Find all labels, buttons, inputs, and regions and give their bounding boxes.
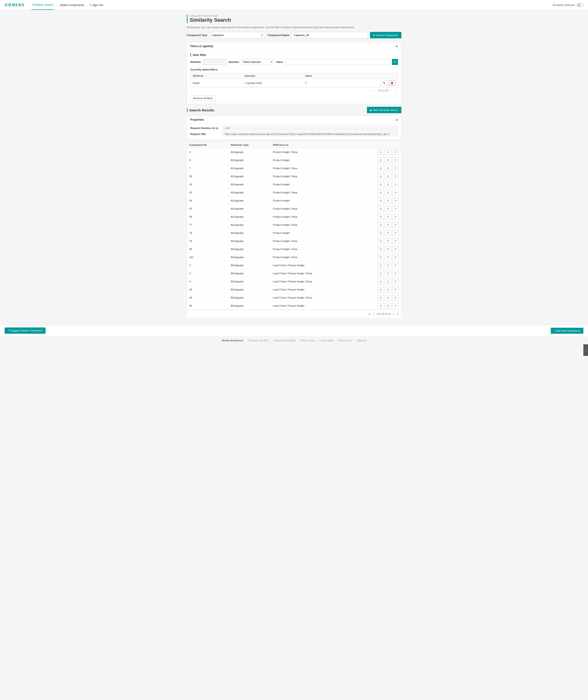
copy-button[interactable]: ⎘	[385, 271, 392, 276]
footer-digital-id[interactable]: Digital ID	[357, 339, 366, 342]
result-id-cell: 101	[187, 253, 228, 261]
nav-sign-out[interactable]: ⎋ Sign Out	[90, 3, 103, 7]
attribute-input[interactable]	[203, 59, 226, 65]
view-button[interactable]: ⊙	[378, 182, 384, 187]
edit-button[interactable]: ✎	[392, 295, 399, 300]
view-button[interactable]: ⊙	[378, 287, 384, 292]
view-button[interactable]: ⊙	[378, 303, 384, 309]
results-first-page-btn[interactable]: «	[368, 312, 371, 316]
filters-prev-page-btn[interactable]: ‹	[374, 89, 376, 92]
copy-button[interactable]: ⎘	[385, 206, 392, 211]
edit-button[interactable]: ✎	[392, 190, 399, 195]
footer-cookie[interactable]: Cookie Notice	[320, 339, 334, 342]
remove-all-filters-button[interactable]: Remove all filters	[190, 95, 216, 101]
search-icon: ⊕	[373, 34, 375, 37]
properties-header[interactable]: Properties	[187, 116, 401, 124]
nav-similarity-search[interactable]: Similarity Search	[31, 0, 54, 10]
view-button[interactable]: ⊙	[378, 263, 384, 268]
footer-logo: Mendix development	[222, 339, 243, 342]
copy-button[interactable]: ⎘	[385, 238, 392, 244]
edit-filter-button[interactable]: ✎	[381, 80, 387, 86]
view-button[interactable]: ⊙	[378, 206, 384, 211]
view-button[interactable]: ⊙	[378, 246, 384, 252]
side-panel-btn[interactable]: ⟩	[583, 344, 588, 345]
copy-button[interactable]: ⎘	[385, 230, 392, 236]
footer-privacy[interactable]: Privacy Policy	[301, 339, 315, 342]
copy-button[interactable]: ⎘	[385, 214, 392, 220]
filters-header[interactable]: Filters (1 applied)	[187, 42, 401, 50]
edit-button[interactable]: ✎	[392, 230, 399, 236]
copy-button[interactable]: ⎘	[385, 149, 392, 155]
add-new-component-button[interactable]: + Add New Component	[551, 328, 583, 334]
view-button[interactable]: ⊙	[378, 214, 384, 220]
edit-button[interactable]: ✎	[392, 206, 399, 211]
copy-button[interactable]: ⎘	[385, 190, 392, 195]
copy-button[interactable]: ⎘	[385, 303, 392, 309]
copy-button[interactable]: ⎘	[385, 246, 392, 252]
results-page-info: 1 to 20 of 62	[377, 312, 391, 315]
copy-button[interactable]: ⎘	[385, 263, 392, 268]
view-button[interactable]: ⊙	[378, 271, 384, 276]
view-button[interactable]: ⊙	[378, 279, 384, 284]
copy-button[interactable]: ⎘	[385, 254, 392, 260]
edit-button[interactable]: ✎	[392, 165, 399, 171]
copy-button[interactable]: ⎘	[385, 165, 392, 171]
filters-last-page-btn[interactable]: »	[394, 89, 397, 92]
copy-button[interactable]: ⎘	[385, 287, 392, 292]
filters-next-page-btn[interactable]: ›	[390, 89, 392, 92]
edit-button[interactable]: ✎	[392, 182, 399, 187]
view-button[interactable]: ⊙	[378, 174, 384, 179]
edit-button[interactable]: ✎	[392, 198, 399, 203]
component-type-select[interactable]: Capacitors	[210, 32, 265, 38]
edit-button[interactable]: ✎	[392, 174, 399, 179]
view-button[interactable]: ⊙	[378, 222, 384, 228]
edit-button[interactable]: ✎	[392, 279, 399, 284]
view-button[interactable]: ⊙	[378, 295, 384, 300]
edit-button[interactable]: ✎	[392, 157, 399, 163]
view-button[interactable]: ⊙	[378, 230, 384, 236]
start-similarity-search-button[interactable]: ▶ Start Similarity Search	[367, 107, 402, 113]
nav-added-components[interactable]: Added Components	[59, 1, 85, 9]
results-last-page-btn[interactable]: »	[396, 312, 399, 316]
edit-button[interactable]: ✎	[392, 149, 399, 155]
footer-corporate[interactable]: Corporate Information	[273, 339, 296, 342]
value-input[interactable]	[285, 59, 390, 65]
edit-button[interactable]: ✎	[392, 214, 399, 220]
add-filter-button[interactable]: +	[392, 59, 398, 65]
filters-first-page-btn[interactable]: «	[370, 89, 373, 92]
view-button[interactable]: ⊙	[378, 198, 384, 203]
filter-attribute-cell: height	[190, 79, 242, 87]
result-sim-type-cell: BI/Upgrade	[228, 286, 270, 294]
delete-filter-button[interactable]: 🗑	[389, 80, 396, 86]
footer-terms[interactable]: Terms of Use	[339, 339, 352, 342]
suggest-similar-component-button[interactable]: ✎ Suggest Similar Component	[5, 327, 46, 334]
copy-button[interactable]: ⎘	[385, 198, 392, 203]
edit-button[interactable]: ✎	[392, 303, 399, 309]
results-prev-page-btn[interactable]: ‹	[373, 312, 375, 316]
view-button[interactable]: ⊙	[378, 157, 384, 163]
view-button[interactable]: ⊙	[378, 254, 384, 260]
view-button[interactable]: ⊙	[378, 165, 384, 171]
copy-button[interactable]: ⎘	[385, 174, 392, 179]
view-button[interactable]: ⊙	[378, 190, 384, 195]
copy-button[interactable]: ⎘	[385, 157, 392, 163]
operator-select[interactable]: Select Operator	[241, 59, 274, 65]
search-component-button[interactable]: ⊕ Search Component	[370, 32, 402, 38]
copy-button[interactable]: ⎘	[385, 279, 392, 284]
edit-button[interactable]: ✎	[392, 287, 399, 292]
copy-button[interactable]: ⎘	[385, 295, 392, 300]
view-button[interactable]: ⊙	[378, 149, 384, 155]
edit-button[interactable]: ✎	[392, 222, 399, 228]
copy-button[interactable]: ⎘	[385, 222, 392, 228]
edit-button[interactable]: ✎	[392, 271, 399, 276]
edit-button[interactable]: ✎	[392, 246, 399, 252]
component-name-input[interactable]	[291, 32, 368, 38]
edit-button[interactable]: ✎	[392, 254, 399, 260]
theme-toggle[interactable]	[577, 3, 583, 7]
view-button[interactable]: ⊙	[378, 238, 384, 244]
edit-button[interactable]: ✎	[392, 263, 399, 268]
results-next-page-btn[interactable]: ›	[392, 312, 395, 316]
copy-button[interactable]: ⎘	[385, 182, 392, 187]
result-id-cell: 80	[187, 245, 228, 253]
edit-button[interactable]: ✎	[392, 238, 399, 244]
